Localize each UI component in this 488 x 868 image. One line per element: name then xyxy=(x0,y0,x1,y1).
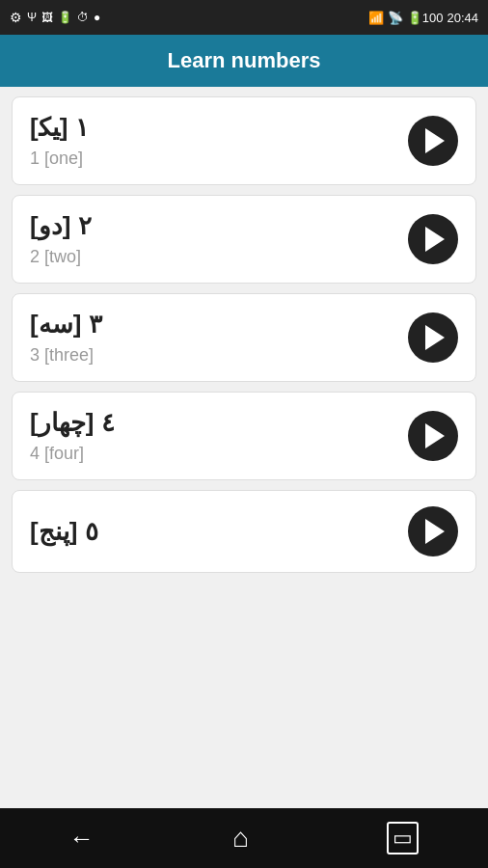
arabic-text-4: ٤ [چهار] xyxy=(30,408,115,438)
time-display: 20:44 xyxy=(447,11,478,25)
arabic-text-3: ٣ [سه] xyxy=(30,310,102,339)
play-icon-5 xyxy=(425,519,445,544)
card-text-5: ٥ [پنج] xyxy=(30,517,98,547)
bottom-nav: ← ⌂ ▭ xyxy=(0,808,488,868)
status-icon-2: Ψ xyxy=(27,11,37,24)
card-text-4: ٤ [چهار] 4 [four] xyxy=(30,408,115,464)
status-icon-3: 🖼 xyxy=(41,11,53,24)
card-text-1: ١ [ﻴﻜ] 1 [one] xyxy=(30,113,89,169)
arabic-text-2: ٢ [دو] xyxy=(30,211,92,241)
translation-text-3: 3 [three] xyxy=(30,345,102,366)
status-left-icons: ⚙ Ψ 🖼 🔋 ⏱ ● xyxy=(10,10,100,25)
number-card-5: ٥ [پنج] xyxy=(12,490,476,573)
recent-button[interactable]: ▭ xyxy=(387,822,419,854)
status-bar: ⚙ Ψ 🖼 🔋 ⏱ ● 📶 📡 🔋100 20:44 xyxy=(0,0,488,35)
number-card-4: ٤ [چهار] 4 [four] xyxy=(12,392,476,480)
play-button-5[interactable] xyxy=(408,506,458,556)
battery-icon: 🔋100 xyxy=(407,11,444,25)
play-button-3[interactable] xyxy=(408,312,458,363)
status-icon-4: 🔋 xyxy=(58,11,72,24)
translation-text-4: 4 [four] xyxy=(30,444,115,464)
arabic-text-1: ١ [ﻴﻜ] xyxy=(30,113,89,143)
wifi-icon: 📶 xyxy=(368,11,384,25)
back-button[interactable]: ← xyxy=(69,824,95,854)
card-text-3: ٣ [سه] 3 [three] xyxy=(30,310,102,366)
card-text-2: ٢ [دو] 2 [two] xyxy=(30,211,92,267)
play-icon-1 xyxy=(425,128,445,153)
signal-icon: 📡 xyxy=(388,11,403,25)
translation-text-2: 2 [two] xyxy=(30,247,92,267)
arabic-text-5: ٥ [پنج] xyxy=(30,517,98,547)
number-card-1: ١ [ﻴﻜ] 1 [one] xyxy=(12,96,476,185)
play-icon-2 xyxy=(425,227,445,252)
status-icon-5: ⏱ xyxy=(77,11,89,24)
numbers-list: ١ [ﻴﻜ] 1 [one] ٢ [دو] 2 [two] ٣ [سه] 3 [… xyxy=(0,87,488,808)
status-icon-1: ⚙ xyxy=(10,10,22,25)
play-button-4[interactable] xyxy=(408,411,458,461)
play-button-1[interactable] xyxy=(408,116,458,166)
play-button-2[interactable] xyxy=(408,214,458,264)
number-card-3: ٣ [سه] 3 [three] xyxy=(12,293,476,382)
page-header: Learn numbers xyxy=(0,35,488,87)
status-icon-6: ● xyxy=(94,11,100,24)
home-button[interactable]: ⌂ xyxy=(232,823,249,854)
play-icon-4 xyxy=(425,423,445,448)
translation-text-1: 1 [one] xyxy=(30,149,89,169)
status-right-icons: 📶 📡 🔋100 20:44 xyxy=(368,11,478,25)
play-icon-3 xyxy=(425,325,445,350)
header-title: Learn numbers xyxy=(168,48,321,72)
number-card-2: ٢ [دو] 2 [two] xyxy=(12,195,476,284)
